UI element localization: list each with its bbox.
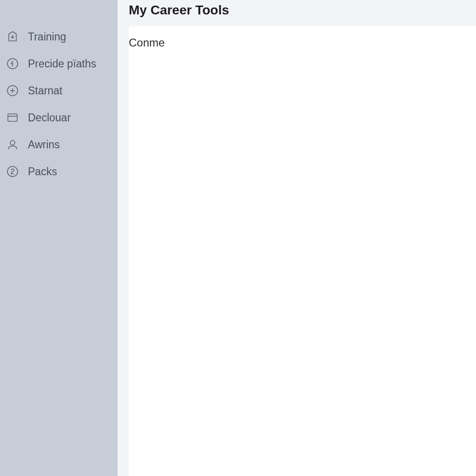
- download-box-icon: [6, 30, 20, 44]
- sidebar-item-awrins[interactable]: Awrins: [0, 131, 118, 158]
- two-circle-icon: [6, 165, 20, 178]
- svg-rect-2: [8, 114, 17, 121]
- main-area: My Career Tools Conme: [118, 0, 476, 476]
- sidebar-item-starnat[interactable]: Starnat: [0, 77, 118, 104]
- sidebar-item-training[interactable]: Training: [0, 23, 118, 50]
- header: My Career Tools: [118, 0, 476, 26]
- content-panel: Conme: [129, 26, 476, 476]
- content-text: Conme: [129, 36, 476, 49]
- sidebar-item-label: Declouar: [28, 112, 71, 124]
- sidebar: Training Precide pïaths Starnat: [0, 0, 118, 476]
- browser-icon: [6, 111, 20, 125]
- sidebar-item-label: Awrins: [28, 139, 60, 151]
- sidebar-item-precide-piaths[interactable]: Precide pïaths: [0, 50, 118, 77]
- svg-point-3: [10, 140, 15, 145]
- sidebar-item-declouar[interactable]: Declouar: [0, 104, 118, 131]
- lightning-circle-icon: [6, 57, 20, 71]
- sidebar-item-packs[interactable]: Packs: [0, 158, 118, 185]
- sidebar-item-label: Training: [28, 31, 66, 43]
- sidebar-item-label: Precide pïaths: [28, 58, 96, 70]
- plus-circle-icon: [6, 84, 20, 98]
- person-icon: [6, 138, 20, 152]
- sidebar-item-label: Packs: [28, 165, 57, 178]
- page-title: My Career Tools: [129, 3, 476, 18]
- sidebar-item-label: Starnat: [28, 85, 62, 97]
